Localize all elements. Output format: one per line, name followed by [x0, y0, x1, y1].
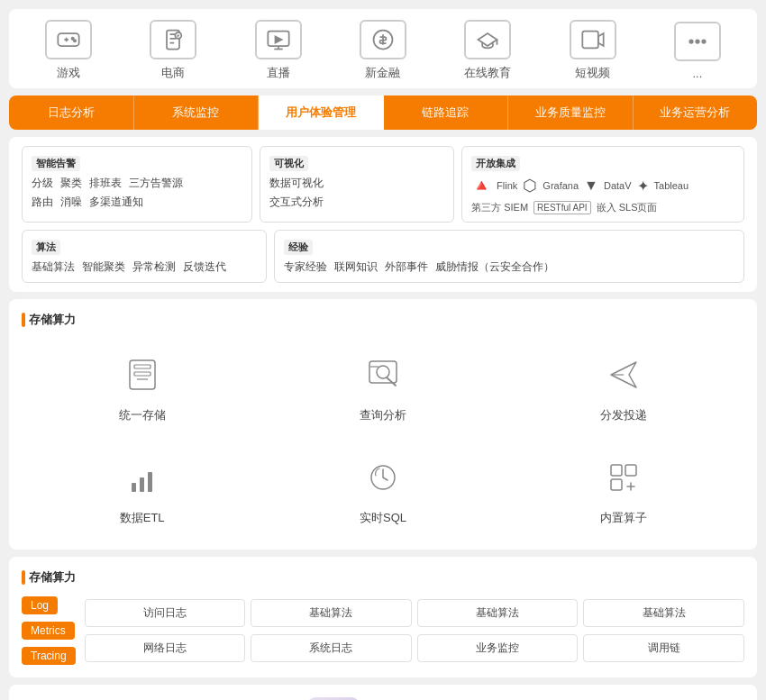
alert-tag-noise: 消噪 [60, 195, 82, 210]
industry-item-edu[interactable]: 在线教育 [464, 20, 511, 81]
grafana-label: Grafana [543, 180, 579, 191]
tab-biz-ops[interactable]: 业务运营分析 [634, 95, 758, 130]
storage-item-query[interactable]: 查询分析 [262, 335, 503, 438]
video-icon [570, 20, 616, 59]
storage-title-1: 存储算力 [22, 308, 744, 335]
operator-label: 内置算子 [600, 510, 647, 526]
industry-item-game[interactable]: 游戏 [45, 20, 92, 81]
visualization-section: 可视化 数据可视化 交互式分析 [260, 146, 455, 223]
main-container: 游戏 电商 直播 [0, 0, 766, 700]
tab-ux-management[interactable]: 用户体验管理 [259, 95, 384, 130]
finance-label: 新金融 [365, 65, 400, 81]
tab-sys-monitor[interactable]: 系统监控 [134, 95, 260, 130]
storage-item-etl[interactable]: 数据ETL [22, 438, 262, 541]
vis-tag-data: 数据可视化 [269, 176, 324, 191]
storage-icons-grid: 统一存储 查询分析 [22, 335, 744, 541]
svg-rect-18 [134, 372, 150, 376]
storage-compute-section-2: 存储算力 Log Metrics Tracing 访问日志 基础算法 基础算法 … [9, 557, 757, 677]
nav-tabs: 日志分析 系统监控 用户体验管理 链路追踪 业务质量监控 业务运营分析 [9, 95, 757, 130]
more-icon [674, 22, 721, 61]
industry-row: 游戏 电商 直播 [9, 9, 757, 88]
svg-point-14 [696, 40, 699, 43]
dt-r2-c1: 网络日志 [85, 634, 246, 662]
badge-tracing: Tracing [22, 647, 76, 665]
industry-item-video[interactable]: 短视频 [570, 20, 616, 81]
storage-item-sql[interactable]: 实时SQL [262, 438, 503, 541]
dt-r1-c3: 基础算法 [417, 599, 579, 627]
datatype-rows: 访问日志 基础算法 基础算法 基础算法 网络日志 系统日志 业务监控 调用链 [85, 599, 744, 662]
send-icon [598, 350, 649, 400]
svg-rect-31 [611, 479, 622, 490]
tab-log-analysis[interactable]: 日志分析 [9, 95, 134, 130]
svg-rect-12 [582, 32, 598, 49]
algorithm-section: 算法 基础算法 智能聚类 异常检测 反馈迭代 [22, 230, 267, 283]
algo-tag-1: 智能聚类 [82, 259, 125, 275]
svg-rect-25 [132, 483, 136, 492]
tableau-icon: ✦ [637, 177, 649, 195]
vis-tag-interactive: 交互式分析 [269, 195, 324, 210]
datatype-row-1: 访问日志 基础算法 基础算法 基础算法 [85, 599, 744, 627]
operator-icon [598, 452, 649, 503]
feature-area-top: 智能告警 分级 聚类 排班表 三方告警源 路由 消噪 多渠道通知 可视化 数据可… [9, 137, 757, 292]
game-label: 游戏 [57, 65, 80, 81]
dt-r2-c4: 调用链 [583, 634, 744, 662]
alert-tag-route: 路由 [32, 195, 53, 210]
algo-tag-0: 基础算法 [32, 259, 75, 275]
unified-storage-icon [117, 350, 168, 400]
open-integration-section: 开放集成 🔺 Flink ⬡ Grafana ▼ DataV ✦ Tableau… [461, 146, 744, 223]
svg-point-3 [72, 38, 74, 40]
tab-link-trace[interactable]: 链路追踪 [384, 95, 509, 130]
exp-title: 经验 [284, 240, 313, 255]
unified-storage-label: 统一存储 [119, 407, 166, 423]
dt-r1-c4: 基础算法 [583, 599, 744, 627]
tab-biz-quality[interactable]: 业务质量监控 [508, 95, 634, 130]
flink-label: Flink [497, 180, 517, 191]
dt-r1-c1: 访问日志 [85, 599, 246, 627]
restful-badge: RESTful API [533, 201, 591, 214]
storage-item-send[interactable]: 分发投递 [504, 335, 744, 438]
exp-tag-3: 威胁情报（云安全合作） [435, 259, 554, 275]
sls-section: 日志服务SLS [9, 685, 757, 700]
tableau-label: Tableau [654, 180, 689, 191]
etl-icon [117, 452, 168, 503]
dt-r2-c2: 系统日志 [251, 634, 412, 662]
query-analysis-icon [358, 350, 408, 400]
live-label: 直播 [267, 65, 290, 81]
experience-section: 经验 专家经验 联网知识 外部事件 威胁情报（云安全合作） [274, 230, 744, 283]
algo-tag-2: 异常检测 [132, 259, 176, 275]
ecommerce-label: 电商 [161, 65, 185, 81]
algo-tag-3: 反馈迭代 [183, 259, 226, 275]
svg-point-4 [74, 40, 76, 41]
finance-icon [360, 20, 406, 59]
datav-label: DataV [604, 180, 632, 191]
sql-icon [358, 452, 408, 503]
intelligent-alert-section: 智能告警 分级 聚类 排班表 三方告警源 路由 消噪 多渠道通知 [22, 146, 252, 223]
industry-item-finance[interactable]: 新金融 [360, 20, 406, 81]
svg-rect-30 [625, 465, 636, 476]
alert-tag-third: 三方告警源 [129, 176, 183, 191]
alert-tag-cluster: 聚类 [60, 176, 82, 191]
query-analysis-label: 查询分析 [360, 407, 406, 423]
datav-icon: ▼ [584, 177, 598, 194]
datatype-row-2: 网络日志 系统日志 业务监控 调用链 [85, 634, 744, 662]
svg-rect-29 [611, 465, 622, 476]
exp-tag-2: 外部事件 [385, 259, 428, 275]
grafana-icon: ⬡ [523, 176, 537, 195]
ecommerce-icon [150, 20, 196, 59]
storage-item-operator[interactable]: 内置算子 [504, 438, 744, 541]
industry-item-more[interactable]: ... [674, 22, 721, 80]
send-label: 分发投递 [600, 407, 647, 423]
svg-line-23 [387, 377, 396, 386]
alert-tag-grade: 分级 [32, 176, 53, 191]
storage-compute-section-1: 存储算力 统一存储 [9, 299, 757, 550]
game-icon [45, 20, 92, 59]
svg-point-13 [689, 40, 693, 43]
open-int-icons: 🔺 Flink ⬡ Grafana ▼ DataV ✦ Tableau 第三方 … [471, 176, 734, 214]
svg-rect-27 [148, 472, 152, 492]
live-icon [255, 20, 302, 59]
storage-item-unified[interactable]: 统一存储 [22, 335, 262, 438]
industry-item-live[interactable]: 直播 [255, 20, 302, 81]
industry-item-ecommerce[interactable]: 电商 [150, 20, 196, 81]
svg-rect-17 [134, 365, 150, 368]
more-label: ... [692, 67, 702, 80]
